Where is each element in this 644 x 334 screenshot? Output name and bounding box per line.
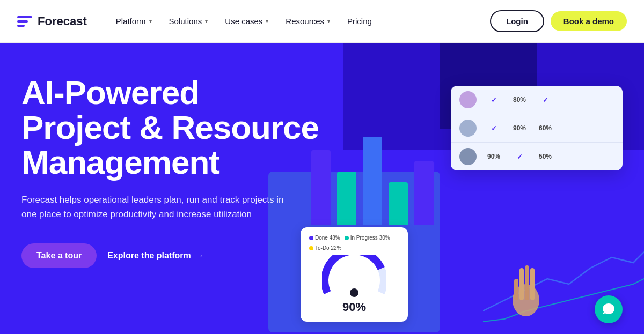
- donut-svg: [322, 255, 386, 298]
- bar-3: [363, 137, 382, 225]
- explore-platform-button[interactable]: Explore the platform →: [107, 251, 204, 261]
- cell-value: 50%: [535, 153, 556, 160]
- cell-check: ✓: [509, 153, 530, 161]
- hero-content: AI-Powered Project & Resource Management…: [21, 75, 333, 268]
- nav-item-usecases[interactable]: Use cases ▾: [217, 12, 276, 30]
- hand-svg: [504, 252, 547, 316]
- navbar: Forecast Platform ▾ Solutions ▾ Use case…: [0, 0, 644, 43]
- table-card: ✓ 80% ✓ ✓ 90% 60% 90% ✓ 50%: [451, 86, 623, 170]
- avatar: [459, 120, 477, 137]
- hero-title: AI-Powered Project & Resource Management: [21, 75, 333, 180]
- cell-check: ✓: [483, 124, 504, 132]
- avatar: [459, 91, 477, 108]
- chevron-down-icon: ▾: [149, 18, 152, 24]
- hero-section: AI-Powered Project & Resource Management…: [0, 43, 644, 334]
- cell-check: ✓: [483, 96, 504, 104]
- chevron-down-icon: ▾: [205, 18, 208, 24]
- donut-card: Done 48% In Progress 30% To-Do 22% 90%: [301, 227, 408, 322]
- cell-check: ✓: [535, 96, 556, 104]
- bar-5: [414, 161, 434, 225]
- chat-bubble-button[interactable]: [595, 295, 623, 323]
- nav-links: Platform ▾ Solutions ▾ Use cases ▾ Resou…: [108, 12, 490, 30]
- table-row: ✓ 90% 60%: [451, 114, 623, 143]
- hero-buttons: Take a tour Explore the platform →: [21, 243, 333, 268]
- logo-link[interactable]: Forecast: [17, 14, 87, 29]
- cell-value: 90%: [483, 153, 504, 160]
- legend-dot: [309, 236, 313, 240]
- bar-4: [389, 182, 408, 225]
- hero-subtitle: Forecast helps operational leaders plan,…: [21, 192, 301, 221]
- table-cells: 90% ✓ 50%: [483, 153, 614, 161]
- nav-item-pricing[interactable]: Pricing: [340, 12, 379, 30]
- cell-value: 90%: [509, 124, 530, 132]
- avatar: [459, 148, 477, 165]
- chevron-down-icon: ▾: [266, 18, 268, 24]
- nav-actions: Login Book a demo: [490, 10, 627, 32]
- svg-rect-4: [514, 279, 518, 300]
- table-cells: ✓ 80% ✓: [483, 96, 614, 104]
- chevron-down-icon: ▾: [327, 18, 330, 24]
- logo-icon: [17, 14, 32, 29]
- table-cells: ✓ 90% 60%: [483, 124, 614, 132]
- nav-item-solutions[interactable]: Solutions ▾: [162, 12, 216, 30]
- chat-icon: [602, 302, 616, 316]
- brand-name: Forecast: [38, 14, 87, 28]
- cell-value: 60%: [535, 124, 556, 132]
- legend-dot: [309, 246, 313, 250]
- bar-2: [337, 172, 356, 225]
- legend-dot: [345, 236, 349, 240]
- nav-item-platform[interactable]: Platform ▾: [108, 12, 159, 30]
- donut-labels: Done 48% In Progress 30% To-Do 22%: [309, 235, 399, 251]
- svg-rect-2: [525, 265, 529, 300]
- legend-todo: To-Do 22%: [309, 245, 341, 251]
- cell-value: 80%: [509, 96, 530, 103]
- take-tour-button[interactable]: Take a tour: [21, 243, 97, 268]
- legend-inprogress: In Progress 30%: [345, 235, 390, 241]
- table-row: 90% ✓ 50%: [451, 143, 623, 170]
- svg-rect-1: [519, 268, 524, 300]
- donut-percent: 90%: [309, 300, 399, 314]
- table-row: ✓ 80% ✓: [451, 86, 623, 114]
- donut-center-dot: [350, 288, 358, 297]
- nav-item-resources[interactable]: Resources ▾: [278, 12, 338, 30]
- login-button[interactable]: Login: [490, 10, 544, 32]
- book-demo-button[interactable]: Book a demo: [551, 11, 627, 31]
- hand-illustration: [504, 252, 547, 316]
- svg-rect-3: [530, 268, 535, 300]
- legend-done: Done 48%: [309, 235, 340, 241]
